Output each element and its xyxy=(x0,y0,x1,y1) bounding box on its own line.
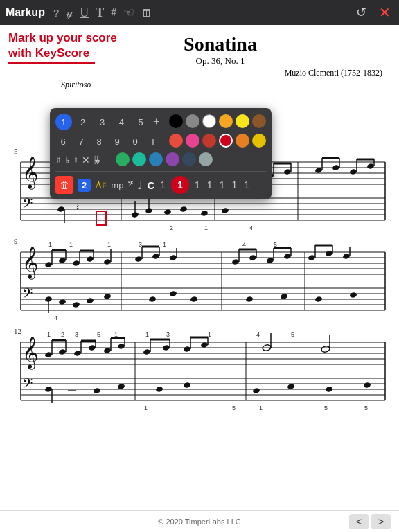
color-brown[interactable] xyxy=(252,114,266,128)
delete-btn[interactable]: 🗑 xyxy=(55,176,73,194)
svg-point-135 xyxy=(249,254,256,260)
finger-9-btn[interactable]: 9 xyxy=(109,133,125,150)
svg-text:1: 1 xyxy=(163,241,166,248)
accidental-row: ♯ ♭ ♮ ✕ 𝄫 xyxy=(55,152,266,168)
finger-8-btn[interactable]: 8 xyxy=(91,133,107,150)
num-display-1e: 1 xyxy=(231,179,237,190)
hand-icon[interactable]: ☜ xyxy=(123,5,134,20)
color-red[interactable] xyxy=(169,134,183,148)
color-purple[interactable] xyxy=(166,152,179,166)
svg-point-156 xyxy=(148,296,156,302)
finger-7-btn[interactable]: 7 xyxy=(73,133,89,150)
hash-icon[interactable]: # xyxy=(111,6,116,19)
svg-text:1: 1 xyxy=(107,241,111,248)
note-icon[interactable]: ♩ xyxy=(137,179,143,192)
svg-text:4: 4 xyxy=(54,314,57,321)
score-header: Mark up your score with KeyScore Sonatin… xyxy=(0,25,399,93)
num-display-1b: 1 xyxy=(195,179,200,190)
finger-0-btn[interactable]: 0 xyxy=(127,133,143,150)
color-blue[interactable] xyxy=(149,152,163,166)
svg-point-218 xyxy=(44,386,52,392)
svg-point-155 xyxy=(103,293,111,299)
dynamic-bass[interactable]: 𝄢 xyxy=(127,179,133,190)
plus-btn[interactable]: + xyxy=(152,116,161,128)
finger-T-btn[interactable]: T xyxy=(145,133,161,150)
svg-point-206 xyxy=(162,344,170,351)
svg-point-222 xyxy=(117,383,125,389)
undo-icon[interactable]: ↺ xyxy=(353,3,369,21)
svg-point-233 xyxy=(363,382,371,388)
pen-icon[interactable]: 𝓎 xyxy=(66,6,73,20)
trash-toolbar-icon[interactable]: 🗑 xyxy=(141,6,152,19)
prev-page-button[interactable]: < xyxy=(349,514,369,529)
svg-point-153 xyxy=(72,301,80,308)
underline-icon[interactable]: U xyxy=(80,6,89,20)
c-label[interactable]: C xyxy=(147,179,154,191)
dynamic-mp[interactable]: mp xyxy=(111,180,123,190)
fingering-panel: 1 2 3 4 5 + 6 7 8 9 0 T xyxy=(50,108,272,200)
svg-point-124 xyxy=(103,258,111,265)
color-orange[interactable] xyxy=(219,114,233,128)
svg-text:5: 5 xyxy=(324,405,328,411)
svg-point-148 xyxy=(342,253,350,259)
svg-text:9: 9 xyxy=(14,237,18,245)
sharp-btn[interactable]: ♯ xyxy=(55,154,62,166)
svg-point-216 xyxy=(321,346,330,353)
svg-point-114 xyxy=(44,261,52,267)
color-crimson[interactable] xyxy=(219,134,233,148)
tag-2[interactable]: 2 xyxy=(78,179,91,192)
svg-point-191 xyxy=(58,348,66,355)
main-content: Mark up your score with KeyScore Sonatin… xyxy=(0,25,399,532)
finger-2-btn[interactable]: 2 xyxy=(75,114,91,130)
finger-5-btn[interactable]: 5 xyxy=(132,114,149,130)
color-yellow[interactable] xyxy=(236,114,249,128)
color-darkblue[interactable] xyxy=(182,152,196,166)
color-gold[interactable] xyxy=(252,134,266,148)
help-icon[interactable]: ? xyxy=(53,7,59,19)
color-darkred[interactable] xyxy=(202,134,216,148)
callout-line2: with KeyScore xyxy=(8,46,117,61)
finger-6-btn[interactable]: 6 xyxy=(55,133,71,150)
finger-3-btn[interactable]: 3 xyxy=(94,114,111,130)
color-gray[interactable] xyxy=(186,114,200,128)
svg-point-221 xyxy=(93,387,100,393)
color-amber[interactable] xyxy=(236,134,249,148)
svg-text:1: 1 xyxy=(47,331,51,338)
svg-text:3: 3 xyxy=(75,331,78,338)
svg-text:1: 1 xyxy=(69,241,73,248)
svg-text:5: 5 xyxy=(97,331,100,338)
close-icon[interactable]: ✕ xyxy=(376,3,393,22)
svg-point-152 xyxy=(58,299,66,305)
score-area[interactable]: 5 9 12 𝄞 𝄢 xyxy=(0,141,399,532)
color-white[interactable] xyxy=(202,114,216,128)
svg-point-223 xyxy=(155,386,163,392)
color-teal[interactable] xyxy=(132,152,146,166)
color-row-2 xyxy=(169,134,266,148)
color-green[interactable] xyxy=(116,152,130,166)
flat-btn[interactable]: ♭ xyxy=(64,154,71,166)
svg-point-87 xyxy=(200,210,208,216)
natural-btn[interactable]: ♮ xyxy=(73,154,78,166)
svg-point-201 xyxy=(117,343,125,349)
color-row-3 xyxy=(116,152,213,166)
svg-point-231 xyxy=(287,383,294,389)
svg-point-232 xyxy=(325,386,332,392)
num-display-1d: 1 xyxy=(220,179,225,190)
text-icon[interactable]: T xyxy=(96,6,104,20)
finger-4-btn[interactable]: 4 xyxy=(113,114,130,130)
color-pink[interactable] xyxy=(186,134,200,148)
double-sharp-btn[interactable]: ✕ xyxy=(81,154,91,166)
toolbar-title: Markup xyxy=(6,6,45,19)
double-flat-btn[interactable]: 𝄫 xyxy=(94,155,100,166)
svg-text:12: 12 xyxy=(14,327,21,335)
toolbar: Markup ? 𝓎 U T # ☜ 🗑 ↺ ✕ xyxy=(0,0,399,25)
next-page-button[interactable]: > xyxy=(371,514,391,529)
color-lightgray[interactable] xyxy=(199,152,213,166)
svg-text:4: 4 xyxy=(249,224,253,231)
svg-point-159 xyxy=(245,296,253,302)
finger-1-btn[interactable]: 1 xyxy=(55,114,72,130)
svg-text:𝄞: 𝄞 xyxy=(22,157,39,190)
svg-point-157 xyxy=(169,290,177,296)
note-label[interactable]: A♯ xyxy=(95,179,107,191)
color-black[interactable] xyxy=(169,114,183,128)
